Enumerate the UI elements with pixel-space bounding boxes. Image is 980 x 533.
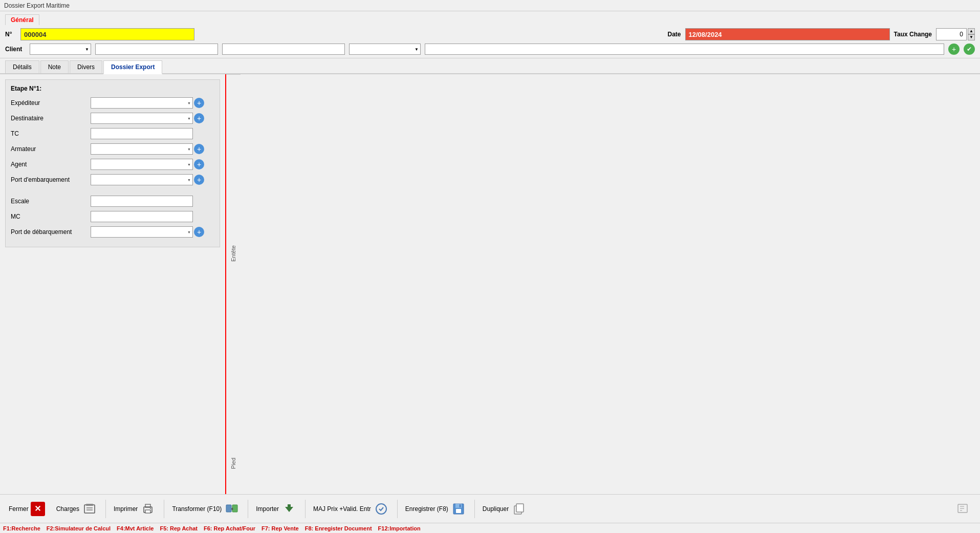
client-extra2-input[interactable] — [425, 44, 944, 55]
bottom-toolbar: Fermer ✕ Charges Imprimer — [0, 494, 980, 523]
maj-btn-container[interactable]: MAJ Prix +Valid. Entr — [309, 498, 394, 520]
right-sidebar: Entête Pied — [225, 74, 241, 494]
svg-rect-1 — [86, 504, 93, 506]
svg-rect-20 — [516, 504, 524, 512]
status-f5: F5: Rep Achat — [160, 525, 198, 531]
imprimer-btn-container[interactable]: Imprimer — [109, 498, 161, 520]
tab-details[interactable]: Détails — [5, 60, 39, 73]
svg-rect-13 — [288, 504, 291, 508]
svg-point-7 — [150, 508, 151, 509]
tc-input[interactable] — [91, 128, 193, 139]
port-embarquement-label: Port d'embarquement — [11, 176, 88, 183]
importer-btn-container[interactable]: Importer — [251, 498, 302, 520]
date-input[interactable] — [685, 28, 890, 40]
fermer-btn-container: Fermer ✕ — [4, 498, 50, 520]
port-debarquement-add-button[interactable]: + — [194, 227, 204, 237]
mc-row: MC — [11, 211, 214, 222]
armateur-label: Armateur — [11, 145, 88, 153]
taux-spinner[interactable]: ▲ ▼ — [968, 28, 975, 40]
svg-rect-16 — [455, 504, 462, 508]
expediteur-select-wrapper — [91, 97, 193, 109]
escale-row: Escale — [11, 196, 214, 207]
dupliquer-btn-container[interactable]: Dupliquer — [478, 498, 532, 520]
general-tab[interactable]: Général — [5, 14, 39, 25]
enregistrer-btn-container[interactable]: Enregistrer (F8) — [401, 498, 471, 520]
sidebar-entete-label: Entête — [226, 74, 241, 433]
imprimer-icon — [140, 501, 156, 517]
charges-icon — [81, 501, 98, 517]
enregistrer-icon — [450, 501, 467, 517]
svg-point-14 — [376, 504, 386, 514]
destinataire-select[interactable] — [91, 113, 193, 124]
port-embarquement-add-button[interactable]: + — [194, 175, 204, 185]
tab-note[interactable]: Note — [40, 60, 69, 73]
transformer-icon — [224, 501, 240, 517]
svg-rect-6 — [145, 510, 150, 513]
sep6 — [474, 500, 475, 518]
agent-add-button[interactable]: + — [194, 159, 204, 169]
svg-rect-18 — [460, 504, 461, 507]
mc-label: MC — [11, 213, 88, 220]
svg-rect-17 — [456, 509, 461, 513]
maj-label: MAJ Prix +Valid. Entr — [313, 505, 371, 513]
spin-up[interactable]: ▲ — [968, 28, 975, 34]
enregistrer-label: Enregistrer (F8) — [405, 505, 448, 513]
tabs-section: Détails Note Divers Dossier Export — [0, 58, 980, 74]
armateur-add-button[interactable]: + — [194, 144, 204, 154]
destinataire-label: Destinataire — [11, 115, 88, 122]
port-debarquement-select[interactable] — [91, 226, 193, 238]
escale-input[interactable] — [91, 196, 193, 207]
tc-row: TC — [11, 128, 214, 139]
client-check-button[interactable]: ✔ — [964, 44, 975, 55]
maj-icon — [373, 501, 389, 517]
client-add-button[interactable]: + — [948, 44, 960, 55]
importer-label: Importer — [256, 505, 279, 513]
client-name-input[interactable] — [95, 44, 218, 55]
port-embarquement-select-wrapper — [91, 174, 193, 185]
armateur-select[interactable] — [91, 143, 193, 155]
client-select2[interactable] — [349, 44, 421, 55]
statusbar: F1:Recherche F2:Simulateur de Calcul F4:… — [0, 523, 980, 533]
spin-down[interactable]: ▼ — [968, 34, 975, 40]
fermer-button[interactable]: ✕ — [31, 502, 45, 516]
expediteur-label: Expéditeur — [11, 99, 88, 106]
sep1 — [105, 500, 106, 518]
agent-row: Agent + — [11, 159, 214, 170]
sidebar-pied-label: Pied — [226, 433, 241, 494]
charges-label: Charges — [56, 505, 79, 513]
client-extra1-input[interactable] — [222, 44, 345, 55]
last-icon — [955, 501, 971, 517]
destinataire-add-button[interactable]: + — [194, 113, 204, 123]
destinataire-row: Destinataire + — [11, 113, 214, 124]
expediteur-select[interactable] — [91, 97, 193, 109]
client-label: Client — [5, 46, 26, 53]
port-embarquement-row: Port d'embarquement + — [11, 174, 214, 185]
tab-dossier-export[interactable]: Dossier Export — [103, 60, 162, 74]
date-label: Date — [668, 31, 681, 38]
agent-select[interactable] — [91, 159, 193, 170]
sep5 — [397, 500, 398, 518]
client-select-wrapper — [30, 44, 91, 55]
destinataire-select-wrapper — [91, 113, 193, 124]
importer-icon — [281, 501, 297, 517]
transformer-label: Transformer (F10) — [172, 505, 222, 513]
last-btn-container — [950, 498, 976, 520]
titlebar: Dossier Export Maritime — [0, 0, 980, 11]
client-select2-wrapper — [349, 44, 421, 55]
agent-label: Agent — [11, 161, 88, 168]
taux-input[interactable] — [936, 28, 967, 40]
escale-label: Escale — [11, 198, 88, 205]
app-title: Dossier Export Maritime — [4, 2, 70, 9]
mc-input[interactable] — [91, 211, 193, 222]
client-select[interactable] — [30, 44, 91, 55]
imprimer-label: Imprimer — [114, 505, 138, 513]
tab-divers[interactable]: Divers — [70, 60, 102, 73]
charges-btn-container[interactable]: Charges — [52, 498, 102, 520]
expediteur-add-button[interactable]: + — [194, 98, 204, 108]
sep3 — [248, 500, 248, 518]
numero-label: N° — [5, 31, 15, 38]
transformer-btn-container[interactable]: Transformer (F10) — [167, 498, 245, 520]
agent-select-wrapper — [91, 159, 193, 170]
port-embarquement-select[interactable] — [91, 174, 193, 185]
numero-input[interactable] — [20, 28, 194, 40]
